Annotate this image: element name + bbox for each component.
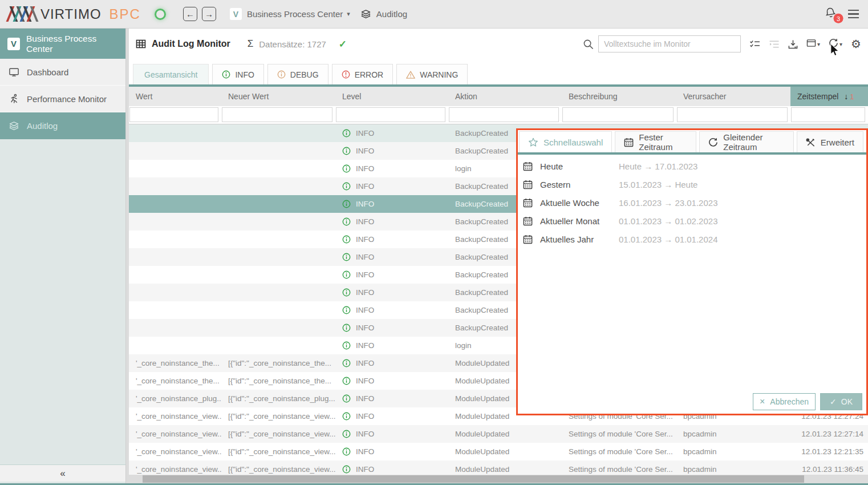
filter-input-wert[interactable] (129, 107, 218, 122)
cell-verursacher: bpcadmin (676, 443, 790, 460)
cell-neuer: [{"id":"_core_noinstance_view... (221, 425, 335, 443)
gear-icon: ⚙ (851, 38, 861, 50)
error-circle-icon (342, 70, 350, 79)
column-filter-icon[interactable] (749, 40, 760, 48)
filter-cell (129, 106, 221, 124)
export-icon[interactable] (788, 39, 798, 49)
calendar-icon (523, 180, 533, 189)
history-forward-button[interactable]: → (202, 7, 216, 21)
level-label: INFO (356, 200, 374, 208)
search-input[interactable] (598, 35, 741, 52)
preset-aktuelles-jahr[interactable]: Aktuelles Jahr01.01.2023 → 01.01.2024 (518, 230, 866, 248)
sort-desc-icon: ↓ (844, 92, 848, 101)
app-root: VIRTIMO BPC ← → V Business Process Cente… (0, 0, 868, 485)
info-icon (342, 164, 351, 173)
filter-input-beschreibung[interactable] (562, 107, 674, 122)
caret-down-icon[interactable]: ▾ (347, 10, 350, 18)
cell-neuer: [{"id":"_core_noinstance_plug... (221, 390, 335, 407)
tab-error[interactable]: ERROR (332, 64, 394, 84)
level-label: INFO (356, 341, 374, 350)
popup-tab-schnellauswahl[interactable]: Schnellauswahl (519, 131, 612, 152)
cell-neuer (221, 266, 335, 284)
preset-label: Gestern (540, 180, 619, 189)
back-arrow-icon: ← (186, 10, 194, 18)
cell-alter (129, 142, 221, 160)
filter-input-aktion[interactable] (449, 107, 559, 122)
tab-info[interactable]: INFO (212, 64, 263, 84)
popup-tab-fester-zeitraum[interactable]: Fester Zeitraum (615, 131, 696, 152)
preset-heute[interactable]: HeuteHeute → 17.01.2023 (518, 157, 866, 175)
filter-input-verursacher[interactable] (677, 107, 788, 122)
scrollbar-thumb[interactable] (143, 475, 804, 483)
table-row[interactable]: '_core_noinstance_view...[{"id":"_core_n… (129, 443, 868, 460)
preset-aktuelle-woche[interactable]: Aktuelle Woche16.01.2023 → 23.01.2023 (518, 193, 866, 212)
filter-input-neuer-wert[interactable] (222, 107, 332, 122)
filter-input-zeitstempel[interactable] (791, 107, 865, 122)
sidebar-item-dashboard[interactable]: Dashboard (0, 59, 125, 86)
cell-level: INFO (335, 319, 448, 337)
cell-text: bpcadmin (683, 430, 717, 438)
cell-text: BackupCreated (455, 147, 508, 155)
grouping-icon[interactable] (769, 40, 780, 48)
cell-text: BackupCreated (455, 306, 508, 314)
cell-alter (129, 284, 221, 301)
sidebar-header: V Business Process Center (0, 29, 125, 59)
menu-button[interactable] (848, 10, 859, 19)
mouse-cursor (830, 43, 839, 59)
layout-menu-button[interactable]: ▾ (806, 39, 820, 50)
cell-level: INFO (335, 177, 448, 195)
popup-tab-erweitert[interactable]: Erweitert (797, 131, 863, 152)
breadcrumb-app[interactable]: Business Process Center (247, 9, 343, 19)
sidebar-nav: DashboardPerformance MonitorAuditlog (0, 59, 125, 139)
cell-level: INFO (335, 142, 448, 160)
popup-tab-gleitender-zeitraum[interactable]: Gleitender Zeitraum (699, 131, 794, 152)
cell-text: BackupCreated (455, 217, 508, 226)
column-header-wert[interactable]: Wert (129, 87, 221, 106)
preset-gestern[interactable]: Gestern15.01.2023 → Heute (518, 175, 866, 193)
cell-text: BackupCreated (455, 288, 508, 297)
level-label: INFO (356, 164, 374, 173)
level-label: INFO (356, 324, 374, 332)
level-label: INFO (356, 217, 374, 226)
cell-neuer (221, 231, 335, 248)
collapse-icon: « (60, 468, 65, 479)
tab-warning[interactable]: WARNING (396, 64, 468, 84)
popup-tab-label: Erweitert (821, 138, 854, 147)
sidebar-collapse-button[interactable]: « (0, 464, 125, 482)
auditlog-layers-icon (360, 9, 371, 19)
cell-alter: '_core_noinstance_view... (129, 407, 221, 425)
column-header-zeitstempel[interactable]: Zeitstempel↓1 (790, 87, 868, 106)
cell-alter (129, 248, 221, 266)
cell-alter: '_core_noinstance_the... (129, 372, 221, 390)
cell-alter: '_core_noinstance_view... (129, 425, 221, 443)
cancel-button[interactable]: ×Abbrechen (753, 393, 816, 410)
tab-debug[interactable]: DEBUG (267, 64, 328, 84)
column-header-aktion[interactable]: Aktion (448, 87, 562, 106)
layers-icon (9, 120, 19, 131)
column-header-neuer-wert[interactable]: Neuer Wert (221, 87, 335, 106)
settings-button[interactable]: ⚙ (851, 38, 861, 50)
sidebar-scrollbar[interactable] (125, 29, 129, 485)
breadcrumb-page[interactable]: Auditlog (376, 9, 407, 19)
cell-level: INFO (335, 337, 448, 354)
info-circle-icon (222, 70, 230, 79)
history-back-button[interactable]: ← (183, 7, 197, 21)
sidebar-item-performance-monitor[interactable]: Performance Monitor (0, 86, 125, 112)
preset-aktueller-monat[interactable]: Aktueller Monat01.01.2023 → 01.02.2023 (518, 212, 866, 230)
column-header-level[interactable]: Level (335, 87, 448, 106)
column-header-verursacher[interactable]: Verursacher (676, 87, 790, 106)
cell-text: login (455, 164, 472, 173)
level-label: INFO (356, 182, 374, 191)
filter-input-level[interactable] (336, 107, 445, 122)
column-header-beschreibung[interactable]: Beschreibung (562, 87, 676, 106)
ok-button[interactable]: ✓OK (820, 393, 862, 410)
cell-neuer (221, 142, 335, 160)
notifications-button[interactable]: 3 (824, 6, 838, 22)
sidebar-item-auditlog[interactable]: Auditlog (0, 112, 125, 139)
cell-text: ModuleUpdated (455, 465, 509, 474)
table-row[interactable]: '_core_noinstance_view...[{"id":"_core_n… (129, 425, 868, 443)
tab-gesamtansicht[interactable]: Gesamtansicht (133, 64, 209, 84)
horizontal-scrollbar[interactable] (129, 475, 868, 483)
cell-text: '_core_noinstance_plug... (136, 394, 221, 403)
virtimo-logo-mark (9, 6, 35, 22)
